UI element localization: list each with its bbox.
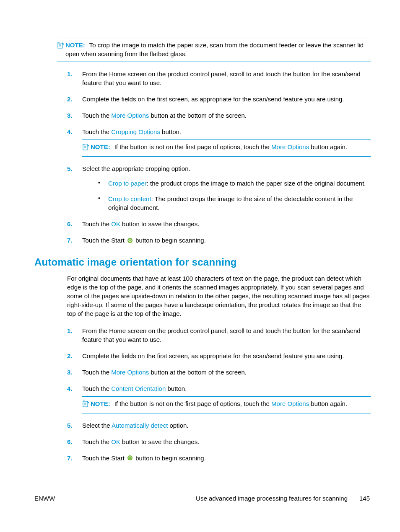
note-label: NOTE: xyxy=(91,400,110,407)
step-1: From the Home screen on the product cont… xyxy=(67,326,371,344)
note-icon xyxy=(82,143,90,153)
step-2: Complete the fields on the first screen,… xyxy=(67,95,371,103)
step-4: Touch the Cropping Options button. NOTE:… xyxy=(67,127,371,157)
step-2: Complete the fields on the first screen,… xyxy=(67,351,371,360)
crop-to-paper-item: Crop to paper: the product crops the ima… xyxy=(98,179,371,188)
note-crop-text: To crop the image to match the paper siz… xyxy=(65,41,364,57)
steps-list-orientation: From the Home screen on the product cont… xyxy=(67,326,371,463)
step-5: Select the Automatically detect option. xyxy=(67,421,371,430)
page-footer: ENWW Use advanced image processing featu… xyxy=(34,495,370,502)
section-heading-orientation: Automatic image orientation for scanning xyxy=(34,256,371,268)
step-1: From the Home screen on the product cont… xyxy=(67,70,371,87)
svg-point-17 xyxy=(130,457,130,458)
content-orientation-ref: Content Orientation xyxy=(111,385,166,392)
ok-ref: OK xyxy=(111,220,120,227)
crop-to-content-ref: Crop to content xyxy=(108,195,151,202)
step-5: Select the appropriate cropping option. … xyxy=(67,164,371,212)
note-icon xyxy=(82,400,90,410)
svg-rect-0 xyxy=(58,43,62,48)
more-options-ref: More Options xyxy=(111,112,149,119)
cropping-options-ref: Cropping Options xyxy=(111,128,160,135)
note-label: NOTE: xyxy=(91,143,110,150)
svg-rect-11 xyxy=(83,402,88,407)
more-options-ref: More Options xyxy=(271,143,309,150)
crop-to-paper-ref: Crop to paper xyxy=(108,180,147,187)
start-icon xyxy=(127,237,133,245)
footer-left: ENWW xyxy=(34,495,55,502)
note-step4-orientation: NOTE:If the button is not on the first p… xyxy=(82,396,371,413)
note-crop: NOTE:To crop the image to match the pape… xyxy=(57,38,371,62)
crop-to-content-item: Crop to content: The product crops the i… xyxy=(98,194,371,212)
ok-ref: OK xyxy=(111,438,120,445)
more-options-ref: More Options xyxy=(111,369,149,376)
footer-section-title: Use advanced image processing features f… xyxy=(196,495,348,502)
step-4: Touch the Content Orientation button. NO… xyxy=(67,384,371,413)
more-options-ref: More Options xyxy=(271,400,309,407)
page-number: 145 xyxy=(359,495,370,502)
note-label: NOTE: xyxy=(65,41,85,49)
step-7: Touch the Start button to begin scanning… xyxy=(67,236,371,245)
step-6: Touch the OK button to save the changes. xyxy=(67,437,371,446)
document-page: NOTE:To crop the image to match the pape… xyxy=(0,0,400,532)
svg-rect-4 xyxy=(83,145,88,150)
svg-point-10 xyxy=(130,240,130,240)
note-icon xyxy=(57,41,65,51)
orientation-intro: For original documents that have at leas… xyxy=(67,274,371,318)
note-step4-crop: NOTE:If the button is not on the first p… xyxy=(82,139,371,157)
step-3: Touch the More Options button at the bot… xyxy=(67,368,371,377)
crop-options-list: Crop to paper: the product crops the ima… xyxy=(98,179,371,212)
step-7: Touch the Start button to begin scanning… xyxy=(67,454,371,463)
step-3: Touch the More Options button at the bot… xyxy=(67,111,371,120)
start-icon xyxy=(127,454,133,463)
steps-list-crop: From the Home screen on the product cont… xyxy=(67,70,371,245)
auto-detect-ref: Automatically detect xyxy=(112,422,168,429)
step-6: Touch the OK button to save the changes. xyxy=(67,220,371,228)
